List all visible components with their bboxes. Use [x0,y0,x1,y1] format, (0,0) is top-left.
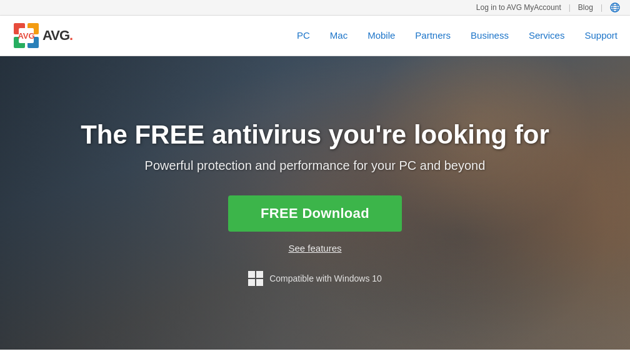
see-features-link[interactable]: See features [288,243,341,253]
windows-logo-icon [248,271,263,286]
nav-link-mobile[interactable]: Mobile [368,27,395,43]
login-link[interactable]: Log in to AVG MyAccount [476,3,561,12]
blog-link[interactable]: Blog [578,3,593,12]
divider-2: | [601,3,602,12]
hero-subtitle: Powerful protection and performance for … [145,159,486,173]
nav-item-pc[interactable]: PC [297,30,310,41]
utility-bar: Log in to AVG MyAccount | Blog | [0,0,630,16]
nav-item-mobile[interactable]: Mobile [368,30,395,41]
logo-container[interactable]: AVG AVG. [12,22,72,49]
nav-link-mac[interactable]: Mac [330,27,348,43]
nav-item-mac[interactable]: Mac [330,30,348,41]
hero-content: The FREE antivirus you're looking for Po… [0,56,630,350]
navbar: AVG AVG. PC Mac Mobile Partners Business… [0,16,630,56]
nav-link-partners[interactable]: Partners [415,27,451,43]
nav-item-business[interactable]: Business [471,30,509,41]
svg-text:AVG: AVG [18,31,34,41]
nav-link-support[interactable]: Support [584,27,618,43]
nav-link-services[interactable]: Services [529,27,565,43]
avg-logo-icon: AVG [12,22,40,49]
free-download-button[interactable]: FREE Download [228,195,402,232]
hero-section: The FREE antivirus you're looking for Po… [0,56,630,350]
nav-item-services[interactable]: Services [529,30,565,41]
globe-icon[interactable] [610,2,620,12]
nav-links: PC Mac Mobile Partners Business Services… [297,30,618,41]
windows-compat: Compatible with Windows 10 [248,271,382,286]
nav-link-pc[interactable]: PC [297,27,310,43]
divider-1: | [569,3,571,12]
logo-text: AVG. [42,27,72,44]
windows-compat-text: Compatible with Windows 10 [269,273,382,283]
nav-link-business[interactable]: Business [471,27,509,43]
nav-item-partners[interactable]: Partners [415,30,451,41]
nav-item-support[interactable]: Support [584,30,618,41]
hero-title: The FREE antivirus you're looking for [81,120,549,150]
